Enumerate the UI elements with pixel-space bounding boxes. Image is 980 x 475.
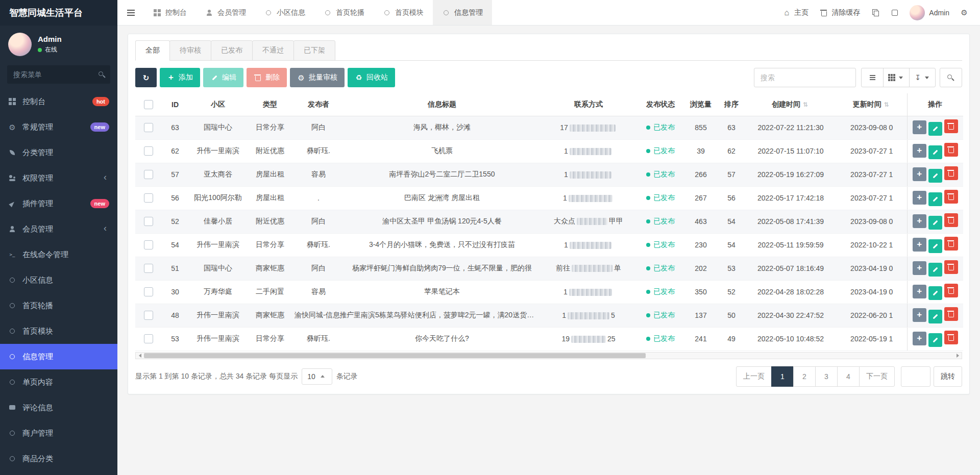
sidebar-item-2[interactable]: 常规管理new — [0, 114, 117, 140]
column-header-6[interactable]: 联系方式 — [540, 93, 638, 116]
sidebar-item-7[interactable]: 在线命令管理 — [0, 242, 117, 267]
row-checkbox[interactable] — [144, 264, 153, 273]
sidebar-item-5[interactable]: 插件管理new — [0, 191, 117, 216]
filter-tab-5[interactable]: 已下架 — [293, 40, 335, 61]
column-header-9[interactable]: 排序 — [718, 93, 745, 116]
scroll-right-arrow-icon[interactable] — [953, 353, 962, 359]
row-more-button[interactable] — [913, 285, 926, 298]
jump-button[interactable]: 跳转 — [934, 366, 962, 387]
row-edit-button[interactable] — [928, 192, 942, 206]
column-header-3[interactable]: 类型 — [248, 93, 292, 116]
row-checkbox[interactable] — [144, 287, 153, 296]
row-checkbox[interactable] — [144, 146, 153, 156]
row-more-button[interactable] — [913, 332, 926, 345]
settings-link[interactable] — [954, 0, 974, 25]
sidebar-item-6[interactable]: 会员管理 — [0, 216, 117, 242]
row-more-button[interactable] — [913, 214, 926, 228]
row-checkbox[interactable] — [144, 217, 153, 226]
column-header-10[interactable]: 创建时间 — [745, 93, 837, 116]
row-checkbox[interactable] — [144, 334, 153, 343]
row-more-button[interactable] — [913, 191, 926, 205]
add-button[interactable]: 添加 — [160, 68, 200, 87]
row-more-button[interactable] — [913, 238, 926, 252]
scrollbar-track[interactable] — [144, 353, 953, 359]
jump-page-input[interactable] — [901, 366, 930, 387]
pagination-page-2[interactable]: 2 — [793, 366, 816, 387]
sidebar-item-8[interactable]: 小区信息 — [0, 267, 117, 293]
row-edit-button[interactable] — [928, 310, 942, 323]
pagination-page-1[interactable]: 1 — [771, 366, 794, 387]
avatar[interactable] — [8, 33, 32, 56]
row-delete-button[interactable] — [944, 213, 958, 227]
row-checkbox[interactable] — [144, 240, 153, 249]
top-tab-5[interactable]: 首页模块 — [374, 0, 433, 25]
row-more-button[interactable] — [913, 167, 926, 181]
row-more-button[interactable] — [913, 308, 926, 322]
clear-cache-link[interactable]: 清除缓存 — [814, 0, 866, 25]
sidebar-item-10[interactable]: 首页模块 — [0, 318, 117, 344]
column-header-1[interactable]: ID — [162, 93, 188, 116]
row-edit-button[interactable] — [928, 239, 942, 253]
top-tab-1[interactable]: 控制台 — [144, 0, 196, 25]
row-edit-button[interactable] — [928, 145, 942, 159]
row-edit-button[interactable] — [928, 333, 942, 347]
row-delete-button[interactable] — [944, 166, 958, 180]
search-button[interactable] — [940, 68, 962, 87]
pagination-next[interactable]: 下一页 — [859, 366, 895, 387]
row-delete-button[interactable] — [944, 237, 958, 251]
sidebar-item-3[interactable]: 分类管理 — [0, 140, 117, 165]
column-header-5[interactable]: 信息标题 — [345, 93, 540, 116]
column-header-7[interactable]: 发布状态 — [638, 93, 683, 116]
home-link[interactable]: 主页 — [777, 0, 814, 25]
delete-button[interactable]: 删除 — [247, 68, 287, 87]
row-delete-button[interactable] — [944, 307, 958, 321]
column-header-4[interactable]: 发布者 — [292, 93, 345, 116]
row-delete-button[interactable] — [944, 143, 958, 157]
fullscreen-link[interactable] — [885, 0, 904, 25]
row-delete-button[interactable] — [944, 260, 958, 274]
sidebar-toggle-button[interactable] — [117, 0, 144, 25]
row-delete-button[interactable] — [944, 284, 958, 297]
scrollbar-thumb[interactable] — [144, 353, 646, 358]
row-delete-button[interactable] — [944, 119, 958, 133]
row-checkbox[interactable] — [144, 123, 153, 132]
row-checkbox[interactable] — [144, 193, 153, 203]
pagination-page-3[interactable]: 3 — [815, 366, 838, 387]
topbar-user-menu[interactable]: Admin — [904, 5, 954, 20]
top-tab-2[interactable]: 会员管理 — [196, 0, 255, 25]
sort-icon[interactable] — [801, 101, 810, 109]
table-search-input[interactable] — [754, 68, 856, 87]
row-more-button[interactable] — [913, 120, 926, 134]
page-size-select[interactable]: 10 — [302, 368, 332, 385]
row-more-button[interactable] — [913, 144, 926, 158]
column-header-8[interactable]: 浏览量 — [683, 93, 718, 116]
pagination-prev[interactable]: 上一页 — [736, 366, 772, 387]
filter-tab-4[interactable]: 不通过 — [252, 40, 294, 61]
column-header-11[interactable]: 更新时间 — [837, 93, 907, 116]
row-edit-button[interactable] — [928, 216, 942, 230]
batch-audit-button[interactable]: 批量审核 — [290, 68, 345, 87]
edit-button[interactable]: 编辑 — [203, 68, 243, 87]
top-tab-3[interactable]: 小区信息 — [255, 0, 314, 25]
column-header-2[interactable]: 小区 — [188, 93, 248, 116]
recycle-bin-button[interactable]: 回收站 — [348, 68, 395, 87]
columns-dropdown-button[interactable] — [883, 68, 910, 87]
sidebar-search-input[interactable] — [7, 65, 110, 84]
row-delete-button[interactable] — [944, 190, 958, 204]
sidebar-item-14[interactable]: 商户管理 — [0, 420, 117, 446]
sidebar-item-11[interactable]: 信息管理 — [0, 344, 117, 369]
row-edit-button[interactable] — [928, 169, 942, 183]
pagination-page-4[interactable]: 4 — [837, 366, 860, 387]
row-edit-button[interactable] — [928, 122, 942, 136]
refresh-button[interactable] — [135, 68, 157, 87]
row-delete-button[interactable] — [944, 331, 958, 344]
row-edit-button[interactable] — [928, 286, 942, 300]
column-header-12[interactable]: 操作 — [907, 93, 963, 116]
select-all-checkbox[interactable] — [144, 100, 153, 109]
sidebar-item-4[interactable]: 权限管理 — [0, 165, 117, 191]
horizontal-scrollbar[interactable] — [135, 352, 962, 359]
sort-icon[interactable] — [883, 101, 891, 109]
sidebar-item-1[interactable]: 控制台hot — [0, 89, 117, 114]
row-checkbox[interactable] — [144, 170, 153, 179]
sidebar-item-12[interactable]: 单页内容 — [0, 369, 117, 395]
